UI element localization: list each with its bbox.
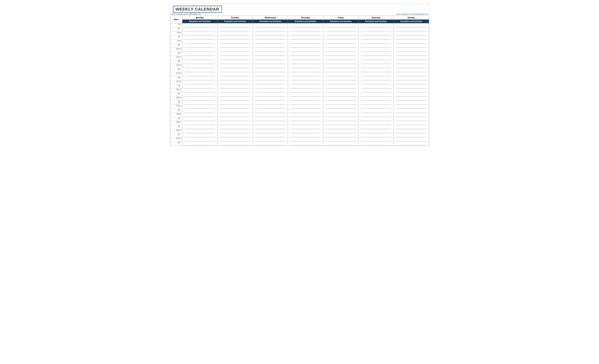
schedule-cell[interactable]: [182, 133, 217, 137]
schedule-cell[interactable]: [253, 23, 288, 27]
schedule-cell[interactable]: [288, 109, 323, 113]
schedule-cell[interactable]: [394, 72, 429, 76]
schedule-cell[interactable]: [288, 93, 323, 97]
schedule-cell[interactable]: [288, 121, 323, 125]
schedule-cell[interactable]: [394, 93, 429, 97]
schedule-cell[interactable]: [358, 52, 394, 56]
schedule-cell[interactable]: [288, 133, 323, 137]
schedule-cell[interactable]: [217, 31, 253, 36]
schedule-cell[interactable]: [217, 23, 253, 27]
schedule-cell[interactable]: [288, 23, 323, 27]
schedule-cell[interactable]: [394, 76, 429, 80]
schedule-cell[interactable]: [217, 68, 253, 72]
schedule-cell[interactable]: [253, 40, 288, 44]
schedule-cell[interactable]: [394, 27, 429, 31]
schedule-cell[interactable]: [323, 27, 358, 31]
schedule-cell[interactable]: [253, 76, 288, 80]
schedule-cell[interactable]: [394, 60, 429, 64]
schedule-cell[interactable]: [323, 84, 358, 89]
schedule-cell[interactable]: [394, 129, 429, 133]
schedule-cell[interactable]: [217, 36, 253, 40]
schedule-cell[interactable]: [358, 40, 394, 44]
schedule-cell[interactable]: [323, 89, 358, 93]
schedule-cell[interactable]: [182, 93, 217, 97]
schedule-cell[interactable]: [323, 48, 358, 52]
schedule-cell[interactable]: [253, 89, 288, 93]
schedule-cell[interactable]: [217, 121, 253, 125]
schedule-cell[interactable]: [217, 60, 253, 64]
schedule-cell[interactable]: [288, 84, 323, 89]
schedule-cell[interactable]: [358, 113, 394, 117]
schedule-cell[interactable]: [323, 52, 358, 56]
schedule-cell[interactable]: [182, 97, 217, 101]
schedule-cell[interactable]: [323, 40, 358, 44]
schedule-cell[interactable]: [288, 101, 323, 105]
schedule-cell[interactable]: [288, 56, 323, 60]
schedule-cell[interactable]: [182, 68, 217, 72]
schedule-cell[interactable]: [394, 101, 429, 105]
schedule-cell[interactable]: [182, 76, 217, 80]
schedule-cell[interactable]: [217, 89, 253, 93]
schedule-cell[interactable]: [323, 76, 358, 80]
schedule-cell[interactable]: [253, 142, 288, 145]
schedule-cell[interactable]: [288, 129, 323, 133]
schedule-cell[interactable]: [358, 76, 394, 80]
schedule-cell[interactable]: [288, 64, 323, 68]
schedule-cell[interactable]: [288, 80, 323, 84]
schedule-cell[interactable]: [253, 31, 288, 36]
schedule-cell[interactable]: [253, 121, 288, 125]
schedule-cell[interactable]: [358, 27, 394, 31]
schedule-cell[interactable]: [358, 117, 394, 121]
schedule-cell[interactable]: [253, 27, 288, 31]
schedule-cell[interactable]: [358, 23, 394, 27]
schedule-cell[interactable]: [323, 56, 358, 60]
schedule-cell[interactable]: [358, 137, 394, 142]
schedule-cell[interactable]: [217, 93, 253, 97]
link-right[interactable]: more calendars at excelcalendars.com: [396, 13, 428, 15]
schedule-cell[interactable]: [394, 142, 429, 145]
schedule-cell[interactable]: [217, 113, 253, 117]
schedule-cell[interactable]: [323, 142, 358, 145]
schedule-cell[interactable]: [217, 48, 253, 52]
schedule-cell[interactable]: [182, 23, 217, 27]
schedule-cell[interactable]: [217, 27, 253, 31]
schedule-cell[interactable]: [253, 117, 288, 121]
schedule-cell[interactable]: [288, 72, 323, 76]
schedule-cell[interactable]: [217, 72, 253, 76]
schedule-cell[interactable]: [358, 72, 394, 76]
schedule-cell[interactable]: [182, 72, 217, 76]
schedule-cell[interactable]: [288, 27, 323, 31]
schedule-cell[interactable]: [182, 113, 217, 117]
schedule-cell[interactable]: [394, 89, 429, 93]
schedule-cell[interactable]: [182, 27, 217, 31]
schedule-cell[interactable]: [253, 113, 288, 117]
schedule-cell[interactable]: [288, 105, 323, 109]
schedule-cell[interactable]: [217, 105, 253, 109]
link-left[interactable]: more templates at exceltemplate.net: [171, 13, 201, 15]
schedule-cell[interactable]: [182, 129, 217, 133]
schedule-cell[interactable]: [358, 97, 394, 101]
schedule-cell[interactable]: [217, 44, 253, 48]
schedule-cell[interactable]: [253, 93, 288, 97]
schedule-cell[interactable]: [253, 64, 288, 68]
schedule-cell[interactable]: [394, 113, 429, 117]
schedule-cell[interactable]: [217, 56, 253, 60]
schedule-cell[interactable]: [323, 60, 358, 64]
schedule-cell[interactable]: [288, 48, 323, 52]
schedule-cell[interactable]: [358, 93, 394, 97]
schedule-cell[interactable]: [394, 97, 429, 101]
schedule-cell[interactable]: [394, 52, 429, 56]
schedule-cell[interactable]: [358, 31, 394, 36]
schedule-cell[interactable]: [394, 40, 429, 44]
schedule-cell[interactable]: [358, 125, 394, 129]
schedule-cell[interactable]: [358, 121, 394, 125]
schedule-cell[interactable]: [253, 68, 288, 72]
schedule-cell[interactable]: [358, 44, 394, 48]
schedule-cell[interactable]: [182, 125, 217, 129]
schedule-cell[interactable]: [182, 89, 217, 93]
schedule-cell[interactable]: [394, 68, 429, 72]
schedule-cell[interactable]: [358, 80, 394, 84]
schedule-cell[interactable]: [394, 137, 429, 142]
schedule-cell[interactable]: [288, 125, 323, 129]
schedule-cell[interactable]: [217, 142, 253, 145]
